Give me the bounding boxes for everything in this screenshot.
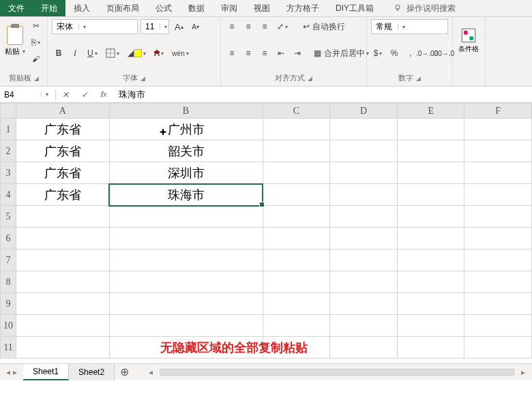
cell-D10[interactable] bbox=[330, 315, 398, 337]
font-size-combo[interactable]: 11▾ bbox=[141, 19, 169, 34]
row-header-10[interactable]: 10 bbox=[1, 315, 16, 337]
row-header-5[interactable]: 5 bbox=[1, 206, 16, 228]
decrease-indent-button[interactable]: ⇤ bbox=[274, 46, 288, 61]
tab-方方格子[interactable]: 方方格子 bbox=[278, 0, 327, 16]
cell-C9[interactable] bbox=[263, 293, 330, 315]
align-left-button[interactable]: ≡ bbox=[225, 46, 239, 61]
tab-审阅[interactable]: 审阅 bbox=[213, 0, 246, 16]
cell-A3[interactable]: 广东省 bbox=[16, 162, 109, 184]
cell-A1[interactable]: 广东省 bbox=[16, 119, 109, 140]
cell-E7[interactable] bbox=[397, 249, 464, 271]
font-name-combo[interactable]: 宋体▾ bbox=[52, 19, 138, 34]
cell-D9[interactable] bbox=[330, 293, 398, 315]
cell-B11[interactable]: 无隐藏区域的全部复制粘贴 bbox=[109, 337, 263, 359]
cell-F7[interactable] bbox=[464, 249, 532, 271]
scroll-left-button[interactable]: ◂ bbox=[149, 367, 153, 377]
cell-A4[interactable]: 广东省 bbox=[16, 184, 109, 206]
cell-C8[interactable] bbox=[263, 271, 330, 293]
cell-B10[interactable] bbox=[109, 315, 263, 337]
cell-C10[interactable] bbox=[263, 315, 330, 337]
cell-F11[interactable] bbox=[464, 337, 532, 359]
cell-B5[interactable] bbox=[109, 206, 263, 228]
enter-formula-button[interactable]: ✓ bbox=[75, 87, 94, 102]
tab-DIY工具箱[interactable]: DIY工具箱 bbox=[327, 0, 382, 16]
align-center-button[interactable]: ≡ bbox=[241, 46, 255, 61]
cell-B4[interactable]: 珠海市 bbox=[109, 184, 263, 206]
row-header-1[interactable]: 1 bbox=[1, 119, 16, 140]
decrease-decimal-button[interactable]: .00→.0 bbox=[437, 46, 450, 61]
row-header-4[interactable]: 4 bbox=[1, 184, 16, 206]
select-all-corner[interactable] bbox=[1, 104, 16, 119]
italic-button[interactable]: I bbox=[68, 46, 82, 61]
column-header-A[interactable]: A bbox=[16, 104, 109, 119]
cell-B2[interactable]: 韶关市 bbox=[109, 140, 263, 162]
alignment-launcher[interactable]: ◢ bbox=[308, 75, 312, 82]
cell-C4[interactable] bbox=[263, 184, 330, 206]
cell-B3[interactable]: 深圳市 bbox=[109, 162, 263, 184]
bold-button[interactable]: B bbox=[52, 46, 65, 61]
row-header-11[interactable]: 11 bbox=[1, 337, 16, 359]
row-header-8[interactable]: 8 bbox=[1, 271, 16, 293]
cell-D4[interactable] bbox=[330, 184, 398, 206]
tab-页面布局[interactable]: 页面布局 bbox=[98, 0, 147, 16]
scroll-right-button[interactable]: ▸ bbox=[521, 367, 525, 377]
tab-视图[interactable]: 视图 bbox=[246, 0, 278, 16]
cancel-formula-button[interactable]: ✕ bbox=[56, 87, 75, 102]
cell-D1[interactable] bbox=[330, 119, 398, 140]
row-header-6[interactable]: 6 bbox=[1, 228, 16, 249]
font-launcher[interactable]: ◢ bbox=[141, 75, 145, 82]
cell-A10[interactable] bbox=[16, 315, 109, 337]
sheet-tab-Sheet2[interactable]: Sheet2 bbox=[69, 364, 115, 380]
border-button[interactable]: ▾ bbox=[103, 46, 122, 61]
decrease-font-button[interactable]: A▾ bbox=[189, 19, 203, 34]
sheet-nav[interactable]: ◂ ▸ bbox=[0, 367, 23, 377]
cell-E8[interactable] bbox=[397, 271, 464, 293]
align-middle-button[interactable]: ≡ bbox=[241, 19, 255, 34]
cell-C6[interactable] bbox=[263, 228, 330, 249]
new-sheet-button[interactable]: ⊕ bbox=[115, 365, 134, 378]
orientation-button[interactable]: ⤢▾ bbox=[274, 19, 291, 34]
cell-E2[interactable] bbox=[397, 140, 464, 162]
cell-C2[interactable] bbox=[263, 140, 330, 162]
cell-F4[interactable] bbox=[464, 184, 532, 206]
cell-D3[interactable] bbox=[330, 162, 398, 184]
paste-button[interactable]: 粘贴▾ bbox=[4, 18, 26, 63]
cell-F9[interactable] bbox=[464, 293, 532, 315]
cell-B9[interactable] bbox=[109, 293, 263, 315]
cell-F6[interactable] bbox=[464, 228, 532, 249]
align-top-button[interactable]: ≡ bbox=[225, 19, 239, 34]
tab-插入[interactable]: 插入 bbox=[65, 0, 98, 16]
cell-F3[interactable] bbox=[464, 162, 532, 184]
cell-C3[interactable] bbox=[263, 162, 330, 184]
cell-E4[interactable] bbox=[397, 184, 464, 206]
increase-font-button[interactable]: A▴ bbox=[172, 19, 186, 34]
row-header-9[interactable]: 9 bbox=[1, 293, 16, 315]
name-box[interactable]: ▾ bbox=[0, 90, 56, 100]
fill-color-button[interactable]: ◢▾ bbox=[125, 46, 149, 61]
column-header-E[interactable]: E bbox=[397, 104, 464, 119]
cell-E3[interactable] bbox=[397, 162, 464, 184]
phonetic-button[interactable]: wén▾ bbox=[169, 46, 191, 61]
tab-file[interactable]: 文件 bbox=[0, 0, 33, 16]
conditional-formatting-button[interactable]: 条件格 bbox=[457, 18, 480, 63]
insert-function-button[interactable]: fx bbox=[94, 87, 113, 102]
tab-公式[interactable]: 公式 bbox=[147, 0, 180, 16]
merge-center-button[interactable]: ▦ 合并后居中▾ bbox=[307, 46, 375, 61]
column-header-D[interactable]: D bbox=[330, 104, 398, 119]
accounting-format-button[interactable]: $▾ bbox=[371, 46, 385, 61]
sheet-tab-Sheet1[interactable]: Sheet1 bbox=[23, 364, 69, 380]
row-header-7[interactable]: 7 bbox=[1, 249, 16, 271]
tell-me-search[interactable]: 操作说明搜索 bbox=[385, 0, 464, 16]
cell-E9[interactable] bbox=[397, 293, 464, 315]
column-header-B[interactable]: B bbox=[109, 104, 263, 119]
cell-D8[interactable] bbox=[330, 271, 398, 293]
cell-D5[interactable] bbox=[330, 206, 398, 228]
cut-button[interactable] bbox=[29, 18, 43, 33]
tab-开始[interactable]: 开始 bbox=[33, 0, 65, 16]
format-painter-button[interactable] bbox=[29, 51, 43, 66]
cell-B6[interactable] bbox=[109, 228, 263, 249]
cell-F1[interactable] bbox=[464, 119, 532, 140]
underline-button[interactable]: U▾ bbox=[85, 46, 100, 61]
number-launcher[interactable]: ◢ bbox=[416, 75, 421, 82]
copy-button[interactable]: ▾ bbox=[29, 35, 43, 50]
